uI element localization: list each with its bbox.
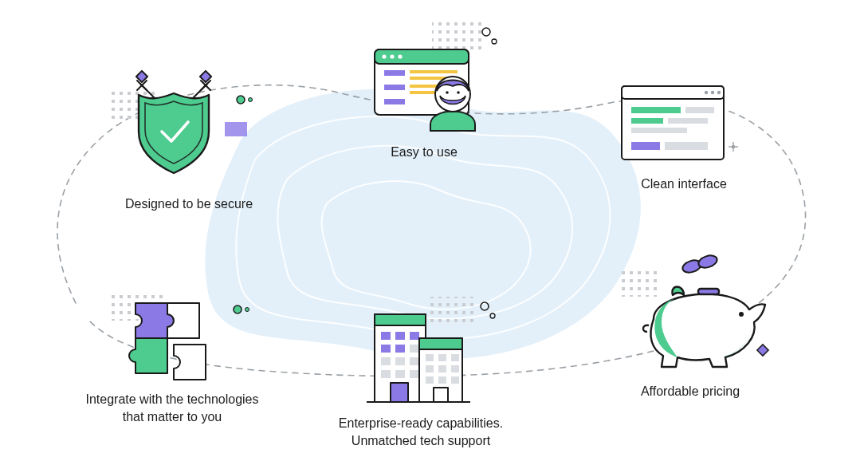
svg-point-10 [237,96,245,104]
svg-rect-64 [395,370,405,378]
svg-rect-42 [665,142,708,150]
svg-point-81 [697,254,718,270]
easy-label: Easy to use [391,144,458,161]
svg-point-48 [245,308,249,312]
svg-point-20 [398,54,402,58]
svg-rect-41 [631,142,660,150]
svg-rect-74 [426,376,434,384]
svg-rect-71 [426,365,434,372]
svg-point-45 [732,146,735,148]
svg-rect-36 [631,107,681,113]
svg-point-18 [382,54,386,58]
svg-rect-32 [622,86,724,99]
svg-rect-79 [622,270,662,297]
svg-point-34 [711,91,714,94]
svg-rect-13 [432,22,483,51]
svg-rect-58 [395,345,405,353]
svg-rect-38 [631,118,663,124]
svg-rect-76 [451,376,459,384]
puzzle-icon [129,303,206,380]
svg-rect-39 [668,118,708,124]
svg-point-11 [249,98,253,102]
svg-rect-70 [451,354,459,361]
enterprise-label: Enterprise-ready capabilities. Unmatched… [317,415,524,449]
secure-label: Designed to be secure [125,195,253,213]
svg-rect-84 [757,345,768,356]
svg-rect-54 [381,332,391,340]
svg-rect-21 [384,70,405,76]
svg-rect-17 [375,49,469,64]
svg-rect-24 [384,85,405,90]
svg-point-14 [482,28,490,36]
svg-rect-12 [225,122,247,136]
svg-point-33 [705,91,708,94]
svg-rect-53 [375,314,426,325]
svg-rect-56 [410,332,419,340]
svg-rect-75 [438,376,446,384]
integrate-label: Integrate with the technologies that mat… [69,391,276,425]
svg-point-15 [492,39,497,44]
clean-label: Clean interface [641,175,727,193]
svg-rect-59 [410,345,419,353]
svg-rect-60 [381,357,391,365]
svg-rect-65 [410,370,419,378]
user-icon [430,77,475,131]
svg-rect-37 [685,107,714,113]
shield-icon [139,93,209,173]
svg-rect-62 [410,357,419,365]
svg-rect-66 [391,383,408,402]
svg-rect-27 [384,99,405,104]
svg-rect-68 [426,354,434,361]
svg-rect-82 [698,289,719,294]
pricing-icon-group [622,254,768,367]
svg-rect-49 [427,297,478,325]
svg-point-83 [739,312,744,317]
svg-rect-77 [434,388,448,402]
svg-rect-22 [410,70,458,73]
svg-point-29 [446,91,449,94]
svg-rect-63 [381,370,391,378]
svg-point-35 [717,91,721,94]
svg-rect-61 [395,357,405,365]
svg-point-30 [457,91,460,94]
features-diagram: Designed to be secure Easy to use Clean … [0,0,868,465]
svg-point-19 [390,54,394,58]
svg-rect-57 [381,345,391,353]
piggy-bank-icon [643,287,765,368]
svg-rect-73 [451,365,459,372]
svg-rect-40 [631,128,687,133]
svg-rect-69 [438,354,446,361]
secure-icon-group [112,71,253,173]
svg-rect-72 [438,365,446,372]
clean-icon-group [622,86,738,160]
svg-point-47 [234,305,242,313]
svg-rect-55 [395,332,405,340]
pricing-label: Affordable pricing [641,383,740,400]
